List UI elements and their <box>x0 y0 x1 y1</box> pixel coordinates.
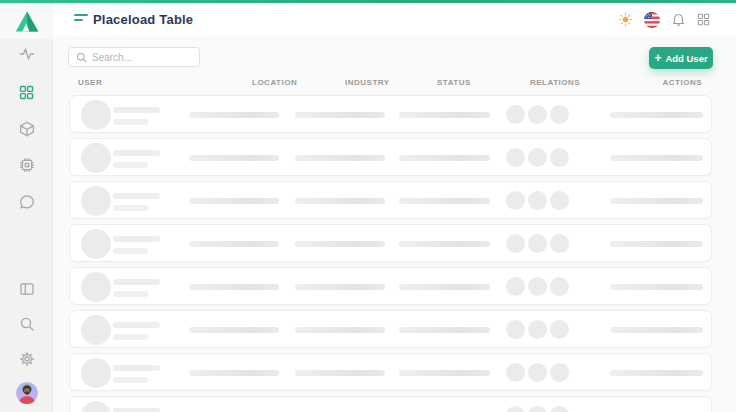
actions-placeholder <box>610 155 703 161</box>
actions-placeholder <box>610 198 703 204</box>
column-header-location: LOCATION <box>252 78 297 87</box>
subtitle-placeholder <box>113 377 148 383</box>
notifications-button[interactable] <box>671 12 686 27</box>
table-row <box>69 310 712 348</box>
subtitle-placeholder <box>113 334 148 340</box>
column-header-industry: INDUSTRY <box>345 78 390 87</box>
apps-grid-icon <box>697 13 710 26</box>
page-title: Placeload Table <box>93 12 193 27</box>
relation-placeholder <box>506 234 525 253</box>
relation-placeholder <box>506 148 525 167</box>
status-placeholder <box>399 155 490 161</box>
app-logo[interactable] <box>0 3 53 39</box>
header-actions <box>618 3 710 36</box>
table-row <box>69 138 712 176</box>
relation-placeholder <box>506 105 525 124</box>
panel-icon <box>19 281 35 297</box>
name-placeholder <box>113 279 160 285</box>
theme-toggle[interactable] <box>618 12 633 27</box>
avatar-placeholder <box>81 272 111 302</box>
column-header-actions: ACTIONS <box>663 78 703 87</box>
sidebar-item-messages[interactable] <box>0 193 53 211</box>
actions-placeholder <box>610 241 703 247</box>
name-placeholder <box>113 193 160 199</box>
sidebar-item-search[interactable] <box>0 315 53 333</box>
sidebar-item-components[interactable] <box>0 120 53 138</box>
table-row <box>69 95 712 133</box>
status-placeholder <box>399 112 490 118</box>
subtitle-placeholder <box>113 248 148 254</box>
relation-placeholder <box>528 406 547 412</box>
user-avatar <box>16 382 38 404</box>
table-row <box>69 224 712 262</box>
relation-placeholder <box>550 191 569 210</box>
package-icon <box>19 121 35 137</box>
sidebar-item-settings[interactable] <box>0 350 53 368</box>
column-header-status: STATUS <box>437 78 471 87</box>
relation-placeholder <box>506 320 525 339</box>
sidebar-profile[interactable] <box>0 382 53 404</box>
industry-placeholder <box>295 327 385 333</box>
actions-placeholder <box>610 284 703 290</box>
location-placeholder <box>189 112 279 118</box>
avatar-placeholder <box>81 401 111 412</box>
avatar-placeholder <box>81 315 111 345</box>
avatar-placeholder <box>81 229 111 259</box>
name-placeholder <box>113 322 160 328</box>
sidebar-item-elements[interactable] <box>0 156 53 174</box>
table-header: USER LOCATION INDUSTRY STATUS RELATIONS … <box>69 78 712 91</box>
table-body <box>69 95 712 412</box>
column-header-relations: RELATIONS <box>530 78 580 87</box>
relation-placeholder <box>550 406 569 412</box>
sidebar <box>0 3 53 412</box>
status-placeholder <box>399 198 490 204</box>
name-placeholder <box>113 236 160 242</box>
location-placeholder <box>189 370 279 376</box>
bell-icon <box>671 12 686 27</box>
activity-icon <box>19 46 35 62</box>
status-placeholder <box>399 370 490 376</box>
sidebar-item-panels[interactable] <box>0 280 53 298</box>
sidebar-item-activity[interactable] <box>0 45 53 63</box>
actions-placeholder <box>610 327 703 333</box>
relation-placeholder <box>528 320 547 339</box>
status-placeholder <box>399 284 490 290</box>
location-placeholder <box>189 284 279 290</box>
search-input[interactable] <box>92 52 199 63</box>
relation-placeholder <box>550 277 569 296</box>
subtitle-placeholder <box>113 205 148 211</box>
relation-placeholder <box>550 234 569 253</box>
table-row <box>69 396 712 412</box>
grid-icon <box>19 85 34 100</box>
header: Placeload Table <box>53 3 736 36</box>
sidebar-item-dashboard-active[interactable] <box>0 83 53 101</box>
relation-placeholder <box>528 105 547 124</box>
avatar-placeholder <box>81 143 111 173</box>
relation-placeholder <box>528 277 547 296</box>
search-icon <box>76 52 87 63</box>
language-selector[interactable] <box>644 12 660 28</box>
apps-menu-button[interactable] <box>697 13 710 26</box>
subtitle-placeholder <box>113 291 148 297</box>
name-placeholder <box>113 408 160 412</box>
menu-toggle[interactable] <box>74 14 88 24</box>
search-box <box>68 47 200 67</box>
chat-icon <box>19 194 35 210</box>
avatar-placeholder <box>81 358 111 388</box>
relation-placeholder <box>550 148 569 167</box>
relation-placeholder <box>550 105 569 124</box>
name-placeholder <box>113 365 160 371</box>
relation-placeholder <box>506 277 525 296</box>
industry-placeholder <box>295 112 385 118</box>
relation-placeholder <box>528 363 547 382</box>
logo-triangle-icon <box>15 11 39 32</box>
table-row <box>69 267 712 305</box>
table-row <box>69 353 712 391</box>
industry-placeholder <box>295 241 385 247</box>
relation-placeholder <box>506 191 525 210</box>
add-user-label: Add User <box>665 53 707 64</box>
name-placeholder <box>113 107 160 113</box>
relation-placeholder <box>506 363 525 382</box>
add-user-button[interactable]: + Add User <box>649 47 713 69</box>
name-placeholder <box>113 150 160 156</box>
